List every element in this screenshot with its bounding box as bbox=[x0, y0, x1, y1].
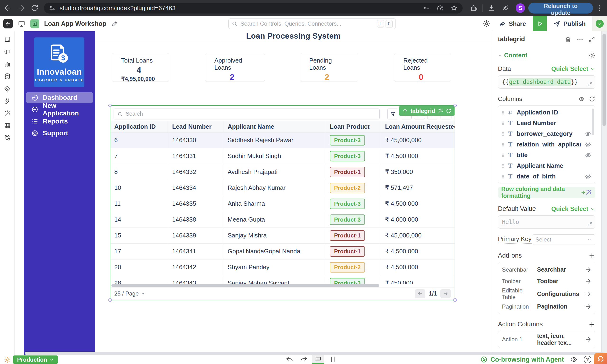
collapse-panel-icon[interactable] bbox=[588, 36, 595, 43]
canvas-horizontal-scrollbar[interactable] bbox=[25, 352, 604, 355]
energy-saver-icon[interactable] bbox=[502, 4, 510, 12]
password-key-icon[interactable] bbox=[423, 4, 430, 12]
studio-back-button[interactable] bbox=[3, 19, 13, 28]
vertical-scrollbar-thumb[interactable] bbox=[603, 34, 606, 126]
default-value-quick-select[interactable]: Quick Select bbox=[551, 205, 595, 213]
next-page-button[interactable] bbox=[440, 289, 451, 298]
preview-monitor-icon[interactable] bbox=[18, 20, 26, 28]
action-row[interactable]: Action 1 text, icon, header tex... bbox=[502, 333, 591, 346]
filter-button[interactable] bbox=[387, 108, 398, 119]
drag-handle-icon[interactable] bbox=[502, 175, 504, 179]
column-item[interactable]: T Applicant Name bbox=[498, 160, 595, 171]
prev-page-button[interactable] bbox=[415, 289, 425, 298]
refresh-columns-icon[interactable] bbox=[589, 96, 595, 102]
tablegrid-widget[interactable]: tablegrid Application ID Lead Number App… bbox=[110, 106, 455, 300]
addon-row-searchbar[interactable]: Searchbar Searchbar bbox=[502, 264, 591, 275]
redo-icon[interactable] bbox=[300, 355, 308, 364]
resize-handle-nw[interactable] bbox=[108, 104, 112, 107]
mobile-view-button[interactable] bbox=[327, 355, 339, 364]
browser-menu-icon[interactable] bbox=[596, 4, 603, 12]
drag-handle-icon[interactable] bbox=[502, 164, 504, 168]
sidebar-item-new-application[interactable]: New Application bbox=[26, 104, 93, 115]
data-quick-select[interactable]: Quick Select bbox=[551, 65, 595, 73]
browser-back-icon[interactable] bbox=[4, 4, 12, 12]
environment-gear-icon[interactable] bbox=[4, 356, 11, 363]
magic-wand-icon[interactable] bbox=[438, 108, 443, 114]
table-row[interactable]: 14 1464338 Meena Gupta Product-3 ₹ 4,000… bbox=[110, 212, 455, 228]
address-bar[interactable]: studio.dronahq.com/index?pluginid=67463 bbox=[44, 3, 462, 13]
table-row[interactable]: 6 1464330 Siddhesh Rajesh Pawar Product-… bbox=[110, 132, 455, 148]
relaunch-button[interactable]: Relaunch to update bbox=[528, 3, 593, 13]
table-row[interactable]: 17 1464341 Gopal NandaGopal Nanda Produc… bbox=[110, 244, 455, 260]
resize-handle-ne[interactable] bbox=[453, 104, 457, 107]
refresh-widget-icon[interactable] bbox=[446, 108, 451, 114]
page-size-selector[interactable]: 25 / Page bbox=[114, 290, 145, 297]
drag-handle-icon[interactable] bbox=[502, 132, 504, 136]
browser-reload-icon[interactable] bbox=[31, 4, 39, 12]
drag-handle-icon[interactable] bbox=[502, 153, 504, 157]
desktop-view-button[interactable] bbox=[312, 355, 324, 364]
drag-handle-icon[interactable] bbox=[502, 143, 504, 146]
drag-handle-icon[interactable] bbox=[502, 121, 504, 125]
table-row[interactable]: 11 1464335 Anita Sharma Product-3 ₹ 4,50… bbox=[110, 196, 455, 212]
preview-play-button[interactable] bbox=[533, 16, 547, 31]
downloads-icon[interactable] bbox=[488, 4, 496, 12]
column-item[interactable]: T relation_with_applicant bbox=[498, 139, 595, 150]
content-section-toggle[interactable]: Content bbox=[498, 52, 527, 59]
drag-handle-icon[interactable] bbox=[502, 111, 504, 115]
site-settings-icon[interactable] bbox=[49, 4, 56, 12]
eye-off-icon[interactable] bbox=[585, 152, 591, 158]
column-item[interactable]: T borrower_category bbox=[498, 129, 595, 139]
environment-selector[interactable]: Production bbox=[13, 355, 58, 364]
eye-off-icon[interactable] bbox=[585, 141, 591, 148]
addon-row-toolbar[interactable]: Toolbar Toolbar bbox=[502, 275, 591, 287]
publish-button[interactable]: Publish bbox=[554, 20, 586, 27]
default-value-field[interactable]: Hello bbox=[498, 215, 595, 229]
rail-database-icon[interactable] bbox=[2, 71, 13, 81]
table-row[interactable]: 10 1464334 Rajesh Abhay Kumar Product-2 … bbox=[110, 180, 455, 196]
column-item[interactable]: Application ID bbox=[498, 107, 595, 118]
add-addon-icon[interactable] bbox=[588, 252, 595, 259]
bookmark-star-icon[interactable] bbox=[450, 4, 458, 12]
table-row[interactable]: 15 1464339 Sanjay Mishra Product-1 ₹ 45,… bbox=[110, 228, 455, 244]
row-coloring-link[interactable]: Row coloring and data formatting bbox=[498, 187, 595, 198]
column-item[interactable]: T title bbox=[498, 150, 595, 160]
theme-settings-icon[interactable] bbox=[482, 19, 491, 28]
page-url[interactable]: studio.dronahq.com/index?pluginid=67463 bbox=[60, 4, 417, 12]
eye-off-icon[interactable] bbox=[585, 130, 591, 137]
table-search-input[interactable] bbox=[126, 111, 376, 117]
sidebar-item-dashboard[interactable]: Dashboard bbox=[26, 92, 93, 103]
rail-pages-icon[interactable] bbox=[2, 34, 13, 45]
column-header[interactable]: Applicant Name bbox=[224, 121, 326, 132]
column-item[interactable]: T date_of_birth bbox=[498, 171, 595, 182]
add-action-icon[interactable] bbox=[588, 321, 595, 328]
resize-handle-se[interactable] bbox=[453, 298, 457, 302]
studio-search[interactable]: ⌘ F bbox=[228, 18, 396, 29]
undo-icon[interactable] bbox=[286, 355, 293, 364]
data-binding-field[interactable]: {{get_dashboard_data}} bbox=[498, 75, 595, 89]
cobrowsing-button[interactable]: Co-browsing with Agent bbox=[480, 356, 564, 363]
rail-automation-icon[interactable] bbox=[2, 108, 13, 118]
support-headset-button[interactable] bbox=[594, 353, 607, 364]
content-settings-icon[interactable] bbox=[588, 52, 595, 59]
table-row[interactable]: 8 1464332 Avdhesh Prajapati Product-1 ₹ … bbox=[110, 164, 455, 180]
columns-scrollbar[interactable] bbox=[592, 108, 594, 135]
addon-row-pagination[interactable]: Pagination Pagination bbox=[502, 301, 591, 312]
more-options-icon[interactable] bbox=[576, 36, 583, 43]
table-horizontal-scrollbar[interactable] bbox=[110, 284, 455, 287]
help-icon[interactable]: ? bbox=[584, 356, 591, 363]
resize-handle-sw[interactable] bbox=[108, 298, 112, 302]
expand-editor-icon[interactable] bbox=[587, 221, 593, 227]
delete-widget-icon[interactable] bbox=[565, 36, 572, 43]
select-parent-icon[interactable] bbox=[402, 108, 408, 114]
rail-connectors-icon[interactable] bbox=[2, 96, 13, 106]
addon-row-editable-table[interactable]: Editable Table Configurations bbox=[502, 287, 591, 301]
sidebar-item-support[interactable]: Support bbox=[26, 128, 93, 139]
column-header[interactable]: Application ID bbox=[110, 121, 168, 132]
share-button[interactable]: Share bbox=[499, 20, 526, 27]
rail-workflow-icon[interactable] bbox=[2, 133, 13, 143]
performance-icon[interactable] bbox=[436, 4, 444, 12]
column-header[interactable]: Lead Number bbox=[168, 121, 224, 132]
column-header[interactable]: Loan Amount Requested bbox=[381, 121, 455, 132]
expand-editor-icon[interactable] bbox=[587, 81, 593, 87]
